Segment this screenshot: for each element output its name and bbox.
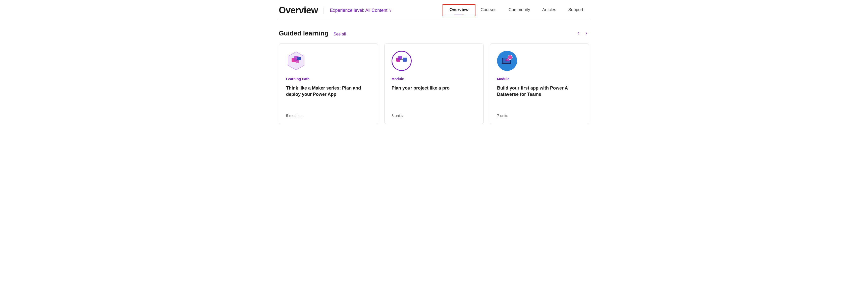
circle-outline-icon: [392, 51, 412, 71]
tab-support[interactable]: Support: [562, 5, 589, 15]
guided-learning-header: Guided learning See all ‹ ›: [279, 29, 589, 37]
svg-text:T: T: [509, 56, 511, 59]
card-3-meta: 7 units: [497, 113, 582, 118]
header-divider: |: [323, 6, 325, 14]
card-1-type: Learning Path: [286, 77, 371, 81]
tab-community[interactable]: Community: [502, 5, 536, 15]
card-3-icon: T: [497, 51, 517, 71]
next-arrow-button[interactable]: ›: [583, 29, 589, 37]
tab-articles[interactable]: Articles: [536, 5, 562, 15]
tab-overview[interactable]: Overview: [443, 5, 475, 15]
card-1-icon: [286, 51, 306, 71]
page-header: Overview | Experience level: All Content…: [279, 0, 589, 20]
svg-rect-10: [403, 58, 407, 62]
svg-rect-5: [298, 57, 301, 60]
prev-arrow-icon: ‹: [578, 30, 579, 36]
card-1-title: Think like a Maker series: Plan and depl…: [286, 85, 371, 98]
cards-grid: Learning Path Think like a Maker series:…: [279, 44, 589, 124]
card-1-meta: 5 modules: [286, 113, 371, 118]
section-title: Guided learning: [279, 29, 329, 37]
see-all-button[interactable]: See all: [334, 32, 346, 36]
card-2-type: Module: [392, 77, 476, 81]
experience-level-label: Experience level: All Content: [330, 8, 387, 13]
card-2-meta: 8 units: [392, 113, 476, 118]
card-3-type: Module: [497, 77, 582, 81]
card-3[interactable]: T Module Build your first app with Power…: [490, 44, 589, 124]
circle-solid-icon: T: [497, 51, 517, 71]
card-1[interactable]: Learning Path Think like a Maker series:…: [279, 44, 378, 124]
page-title: Overview: [279, 5, 318, 16]
hex-icon: [286, 51, 306, 71]
header-left: Overview | Experience level: All Content…: [279, 5, 392, 16]
carousel-nav: ‹ ›: [576, 29, 589, 37]
svg-rect-18: [502, 63, 511, 64]
experience-level-button[interactable]: Experience level: All Content ∨: [330, 8, 391, 13]
tab-courses[interactable]: Courses: [474, 5, 502, 15]
chevron-down-icon: ∨: [389, 8, 392, 12]
prev-arrow-button[interactable]: ‹: [576, 29, 581, 37]
card-3-title: Build your first app with Power A Datave…: [497, 85, 582, 98]
section-title-group: Guided learning See all: [279, 29, 346, 37]
next-arrow-icon: ›: [585, 30, 587, 36]
card-2-icon: [392, 51, 412, 71]
card-2[interactable]: Module Plan your project like a pro 8 un…: [384, 44, 484, 124]
card-2-title: Plan your project like a pro: [392, 85, 476, 91]
nav-tabs: Overview Courses Community Articles Supp…: [443, 5, 589, 15]
